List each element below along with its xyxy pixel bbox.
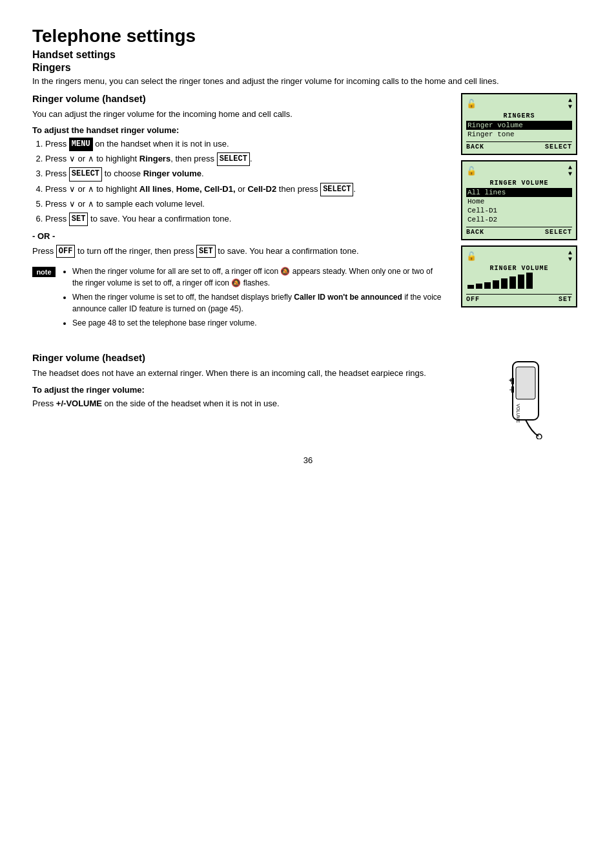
up-arrow-icon-2: ∧	[88, 183, 94, 196]
or-text: Press OFF to turn off the ringer, then p…	[32, 245, 442, 258]
volume-bar-4	[493, 280, 499, 289]
note-box: note When the ringer volume for all are …	[32, 265, 442, 331]
off-key: OFF	[56, 245, 76, 258]
lcd-off-btn: OFF	[466, 296, 480, 303]
headset-steps-heading: To adjust the ringer volume:	[32, 385, 442, 395]
scroll-arrow-1: ▲▼	[568, 98, 572, 110]
up-arrow-icon-3: ∧	[88, 198, 94, 211]
set-key-2: SET	[196, 245, 216, 258]
lcd-select-btn-1: SELECT	[545, 143, 572, 151]
headset-illustration-col: VOLUME + -	[461, 352, 584, 436]
headset-steps-text: Press +/-VOLUME on the side of the heads…	[32, 397, 442, 410]
ringers-intro: In the ringers menu, you can select the …	[32, 75, 584, 88]
lcd-volume-bars	[466, 273, 572, 291]
down-arrow-icon-3: ∨	[69, 198, 76, 211]
page-number: 36	[32, 455, 584, 465]
ringer-volume-headset-left: Ringer volume (headset) The headset does…	[32, 352, 442, 415]
lcd-cell-d1-item: Cell-D1	[466, 206, 572, 215]
ringer-volume-handset-left: Ringer volume (handset) You can adjust t…	[32, 93, 442, 340]
select-key-1: SELECT	[217, 152, 250, 166]
lcd-ringers-buttons: BACK SELECT	[466, 141, 572, 151]
step-2: Press ∨ or ∧ to highlight Ringers, then …	[45, 152, 442, 166]
note-item-3: See page 48 to set the telephone base ri…	[72, 317, 442, 329]
lock-icon-1: 🔓	[466, 99, 477, 109]
step-4: Press ∨ or ∧ to highlight All lines, Hom…	[45, 183, 442, 196]
lcd-ringer-volume-bars-title: RINGER VOLUME	[466, 265, 572, 272]
note-content: When the ringer volume for all are set t…	[62, 265, 442, 331]
ringer-volume-handset-intro: You can adjust the ringer volume for the…	[32, 108, 442, 121]
lcd-screen-ringer-volume: 🔓 ▲▼ RINGER VOLUME All lines Home Cell-D…	[461, 160, 577, 240]
step-5: Press ∨ or ∧ to sample each volume level…	[45, 198, 442, 211]
lcd-back-btn-2: BACK	[466, 229, 484, 236]
down-arrow-icon: ∨	[69, 152, 76, 166]
lcd-screen-ringer-volume-bars: 🔓 ▲▼ RINGER VOLUME OFF SET	[461, 245, 577, 307]
note-label: note	[32, 267, 56, 277]
ringer-volume-handset-section: Ringer volume (handset) You can adjust t…	[32, 93, 584, 340]
lcd-home-item: Home	[466, 197, 572, 206]
volume-bar-8	[526, 273, 533, 289]
ringers-heading: Ringers	[32, 62, 584, 74]
page-container: Telephone settings Handset settings Ring…	[32, 26, 584, 465]
volume-bar-6	[509, 276, 516, 289]
step-3: Press SELECT to choose Ringer volume.	[45, 167, 442, 181]
menu-key: MENU	[69, 138, 93, 151]
down-arrow-icon-2: ∨	[69, 183, 76, 196]
lcd-bars-buttons: OFF SET	[466, 294, 572, 303]
svg-point-5	[537, 434, 542, 439]
note-list: When the ringer volume for all are set t…	[72, 265, 442, 329]
ringer-volume-handset-heading: Ringer volume (handset)	[32, 93, 442, 104]
steps-heading: To adjust the handset ringer volume:	[32, 125, 442, 135]
lock-icon-2: 🔓	[466, 166, 477, 176]
svg-text:VOLUME: VOLUME	[516, 404, 520, 424]
svg-text:-: -	[509, 386, 511, 393]
svg-text:+: +	[509, 377, 512, 384]
select-key-3: SELECT	[320, 183, 353, 196]
select-key-2: SELECT	[69, 167, 102, 181]
lcd-ringer-volume-buttons: BACK SELECT	[466, 227, 572, 236]
headset-svg: VOLUME + -	[493, 355, 551, 439]
volume-bar-5	[501, 278, 508, 289]
lcd-all-lines-item: All lines	[466, 188, 572, 197]
lcd-cell-d2-item: Cell-D2	[466, 215, 572, 224]
lcd-screen-ringers: 🔓 ▲▼ RINGERS Ringer volume Ringer tone B…	[461, 93, 577, 155]
scroll-arrow-3: ▲▼	[568, 250, 572, 263]
lcd-ringer-tone-item: Ringer tone	[466, 130, 572, 139]
lock-icon-3: 🔓	[466, 251, 477, 262]
steps-list: Press MENU on the handset when it is not…	[45, 138, 442, 226]
headset-image: VOLUME + -	[490, 359, 555, 436]
ringer-volume-headset-intro: The headset does not have an external ri…	[32, 367, 442, 380]
ringer-off-icon-2: 🔕	[231, 278, 241, 287]
lcd-set-btn: SET	[559, 296, 572, 303]
set-key-1: SET	[69, 213, 88, 226]
or-label: - OR -	[32, 231, 442, 241]
note-item-2: When the ringer volume is set to off, th…	[72, 291, 442, 315]
volume-bar-7	[518, 275, 524, 289]
ringer-volume-headset-section: Ringer volume (headset) The headset does…	[32, 352, 584, 436]
volume-bar-3	[484, 282, 491, 289]
step-1: Press MENU on the handset when it is not…	[45, 138, 442, 151]
volume-bar-2	[476, 284, 482, 289]
lcd-screens-column: 🔓 ▲▼ RINGERS Ringer volume Ringer tone B…	[461, 93, 584, 307]
lcd-ringers-title: RINGERS	[466, 112, 572, 120]
svg-rect-3	[511, 386, 514, 393]
scroll-arrow-2: ▲▼	[568, 165, 572, 178]
page-title: Telephone settings	[32, 26, 584, 47]
lcd-ringer-volume-title: RINGER VOLUME	[466, 180, 572, 187]
note-item-1: When the ringer volume for all are set t…	[72, 265, 442, 289]
ringer-off-icon-1: 🔕	[280, 267, 290, 276]
up-arrow-icon: ∧	[88, 152, 94, 166]
lcd-ringer-volume-item: Ringer volume	[466, 121, 572, 130]
volume-bar-1	[467, 285, 474, 289]
step-6: Press SET to save. You hear a confirmati…	[45, 213, 442, 226]
ringer-volume-headset-heading: Ringer volume (headset)	[32, 352, 442, 363]
lcd-select-btn-2: SELECT	[545, 229, 572, 236]
handset-settings-heading: Handset settings	[32, 49, 584, 61]
or-text-block: Press OFF to turn off the ringer, then p…	[32, 245, 442, 258]
lcd-back-btn-1: BACK	[466, 143, 484, 151]
svg-rect-1	[516, 367, 535, 399]
